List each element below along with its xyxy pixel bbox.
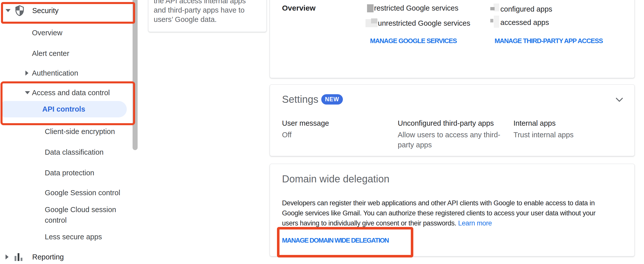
sidebar-item-google-cloud-session-control[interactable]: Google Cloud session control (45, 204, 120, 225)
bar-chart-icon (14, 252, 23, 262)
delegation-description: Developers can register their web applic… (282, 198, 595, 228)
stat-accessed-apps: accessed apps (500, 18, 549, 27)
sidebar-item-reporting[interactable]: Reporting (32, 253, 64, 261)
admin-console-security-page: Security Overview Alert center Authentic… (0, 0, 644, 264)
settings-card: Settings NEW User message Off Unconfigur… (270, 84, 635, 156)
stat-unrestricted-google-services: unrestricted Google services (378, 19, 470, 27)
domain-wide-delegation-card: Domain wide delegation Developers can re… (270, 164, 635, 256)
sidebar-item-less-secure-apps[interactable]: Less secure apps (45, 233, 102, 241)
redacted-value (367, 4, 374, 12)
manage-google-services-link[interactable]: MANAGE GOOGLE SERVICES (370, 37, 457, 45)
field-internal-apps-label: Internal apps (513, 119, 556, 127)
sidebar-item-data-classification[interactable]: Data classification (45, 148, 104, 156)
sidebar-item-client-side-encryption[interactable]: Client-side encryption (45, 127, 115, 136)
sidebar-item-alert-center[interactable]: Alert center (32, 49, 69, 58)
overview-card: Overview restricted Google services unre… (270, 0, 635, 78)
sidebar-item-label: API controls (42, 101, 85, 117)
chevron-collapsed-icon[interactable] (6, 254, 9, 259)
redacted-value (371, 18, 377, 23)
chevron-expanded-icon[interactable] (25, 91, 30, 94)
manage-third-party-app-access-link[interactable]: MANAGE THIRD-PARTY APP ACCESS (495, 37, 603, 45)
manage-domain-wide-delegation-link[interactable]: MANAGE DOMAIN WIDE DELEGATION (282, 237, 389, 244)
sidebar-item-access-and-data-control[interactable]: Access and data control (32, 88, 110, 97)
field-user-message-value: Off (282, 130, 292, 140)
chevron-expanded-icon[interactable] (6, 9, 11, 12)
summary-text: the API access internal apps and third-p… (154, 0, 246, 24)
redacted-value (490, 19, 493, 22)
field-user-message-label: User message (282, 119, 329, 127)
stat-configured-apps: configured apps (500, 5, 552, 13)
learn-more-link[interactable]: Learn more (458, 219, 492, 227)
delegation-card-title: Domain wide delegation (282, 173, 389, 185)
sidebar-item-security[interactable]: Security (32, 6, 59, 15)
redacted-value (494, 16, 499, 28)
field-unconfigured-apps-label: Unconfigured third-party apps (398, 119, 494, 127)
overview-card-label: Overview (282, 4, 315, 12)
sidebar-scrollbar-thumb[interactable] (133, 0, 138, 150)
field-unconfigured-apps-value: Allow users to access any third- party a… (398, 130, 500, 150)
sidebar-item-google-session-control[interactable]: Google Session control (45, 188, 120, 197)
redacted-value (490, 7, 495, 10)
sidebar-item-authentication[interactable]: Authentication (32, 69, 78, 77)
stat-restricted-google-services: restricted Google services (374, 4, 458, 12)
chevron-collapsed-icon[interactable] (25, 71, 28, 76)
sidebar-item-overview[interactable]: Overview (32, 28, 62, 37)
sidebar-item-api-controls-selected[interactable]: API controls (3, 101, 127, 117)
security-shield-icon (15, 5, 24, 16)
sidebar-item-data-protection[interactable]: Data protection (45, 169, 94, 177)
new-badge: NEW (321, 94, 343, 105)
api-access-summary-card: the API access internal apps and third-p… (148, 0, 267, 32)
settings-card-title: Settings (282, 94, 318, 105)
chevron-down-icon[interactable] (616, 97, 623, 103)
field-internal-apps-value: Trust internal apps (513, 130, 574, 140)
